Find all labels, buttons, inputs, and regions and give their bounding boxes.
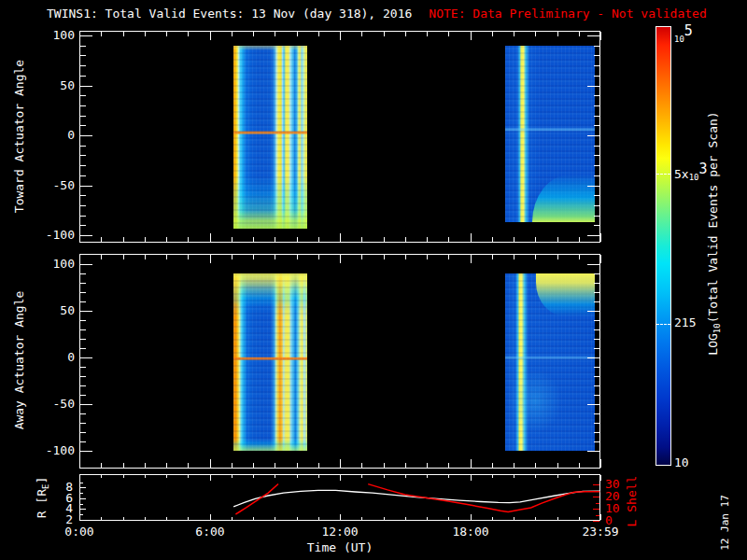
tick-mark [101, 463, 102, 468]
tick-mark [579, 463, 580, 468]
tick-mark [166, 463, 167, 468]
tick-mark [80, 216, 86, 217]
r-axis-title-part: R [R [35, 489, 49, 518]
tick-mark [594, 423, 599, 424]
tick-mark [594, 376, 599, 377]
tick-mark [318, 463, 319, 468]
tick-mark [448, 237, 449, 242]
tick-mark [275, 237, 275, 242]
colorbar-tick-dash [656, 174, 670, 175]
tick-mark [188, 237, 189, 242]
tick-mark [145, 463, 146, 468]
toward-ytick-label: -100 [28, 228, 75, 242]
tick-mark [80, 441, 86, 442]
tick-mark [384, 32, 385, 36]
tick-mark [80, 423, 86, 424]
tick-mark [210, 255, 211, 263]
x-tick-label: 12:00 [312, 525, 368, 539]
tick-mark [253, 237, 254, 242]
tick-mark [80, 301, 86, 302]
colorbar-scale-label: 215 [674, 315, 696, 329]
tick-mark [145, 475, 146, 478]
tick-mark [594, 395, 599, 396]
x-axis-title: Time (UT) [284, 540, 396, 554]
tick-mark [275, 475, 275, 478]
tick-mark [361, 255, 362, 259]
tick-mark [166, 475, 167, 478]
tick-mark [600, 459, 601, 468]
tick-mark [427, 237, 428, 242]
colorbar-title: LOG10(Total Valid Events per Scan) [706, 47, 723, 420]
tick-mark [80, 329, 86, 330]
tick-mark [594, 55, 599, 56]
tick-mark [427, 255, 428, 259]
tick-mark [600, 255, 601, 263]
tick-mark [80, 487, 86, 488]
plot-window: TWINS1: Total Valid Events: 13 Nov (day … [0, 0, 747, 560]
tick-mark [80, 339, 86, 340]
tick-mark [579, 237, 580, 242]
tick-mark [492, 255, 493, 259]
tick-mark [80, 483, 83, 483]
tick-mark [579, 475, 580, 478]
tick-mark [535, 463, 536, 468]
tick-mark [80, 155, 86, 156]
tick-mark [188, 475, 189, 478]
tick-mark [579, 32, 580, 36]
tick-mark [557, 255, 558, 259]
tick-mark [79, 475, 80, 481]
r-axis-title-part: ] [35, 477, 49, 484]
tick-mark [587, 135, 599, 136]
tick-mark [123, 255, 124, 259]
tick-mark [123, 463, 124, 468]
tick-mark [427, 463, 428, 468]
tick-mark [80, 125, 86, 126]
tick-mark [361, 32, 362, 36]
tick-mark [297, 463, 298, 468]
tick-mark [297, 255, 298, 259]
tick-mark [594, 432, 599, 433]
tick-mark [80, 395, 86, 396]
tick-mark [471, 233, 472, 242]
tick-mark [535, 475, 536, 478]
tick-mark [80, 348, 86, 349]
tick-mark [145, 255, 146, 259]
tick-mark [492, 517, 493, 520]
tick-mark [593, 484, 599, 485]
colorbar-scale-label-part: 5 [684, 22, 693, 39]
tick-mark [594, 413, 599, 414]
tick-mark [594, 385, 599, 386]
tick-mark [80, 235, 92, 236]
tick-mark [448, 255, 449, 259]
tick-mark [492, 237, 493, 242]
away-ytick-label: 50 [28, 303, 75, 317]
x-tick-label: 18:00 [443, 525, 499, 539]
tick-mark [596, 491, 599, 492]
tick-mark [594, 367, 599, 368]
tick-mark [587, 186, 599, 187]
tick-mark [557, 32, 558, 36]
tick-mark [535, 32, 536, 36]
colorbar-title-part: 10 [712, 323, 722, 333]
tick-mark [253, 32, 254, 36]
tick-mark [405, 517, 406, 520]
colorbar [655, 26, 671, 466]
tick-mark [80, 385, 86, 386]
tick-mark [80, 186, 92, 187]
tick-mark [80, 46, 86, 47]
tick-mark [80, 357, 92, 358]
tick-mark [275, 463, 275, 468]
tick-mark [594, 165, 599, 166]
tick-mark [232, 463, 233, 468]
tick-mark [80, 493, 83, 494]
tick-mark [188, 463, 189, 468]
tick-mark [275, 255, 275, 259]
tick-mark [80, 451, 92, 452]
tick-mark [448, 32, 449, 36]
tick-mark [405, 255, 406, 259]
tick-mark [80, 273, 86, 274]
tick-mark [318, 237, 319, 242]
tick-mark [210, 475, 211, 481]
tick-mark [471, 459, 472, 468]
tick-mark [471, 255, 472, 263]
